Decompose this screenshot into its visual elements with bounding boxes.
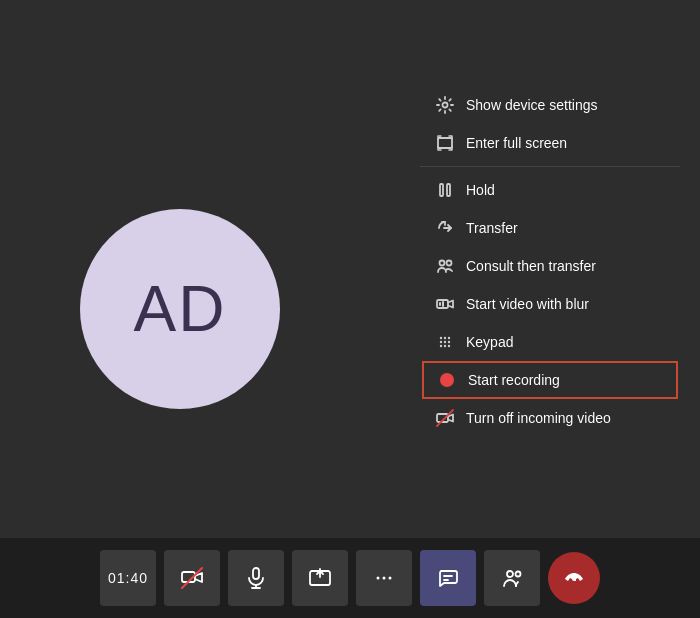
menu-divider (420, 166, 680, 167)
svg-point-32 (516, 572, 521, 577)
avatar-initials: AD (134, 272, 227, 346)
menu-item-start-recording[interactable]: Start recording (422, 361, 678, 399)
svg-point-12 (440, 341, 442, 343)
svg-point-26 (377, 577, 380, 580)
menu-item-show-device-settings[interactable]: Show device settings (420, 86, 680, 124)
svg-point-4 (440, 261, 445, 266)
menu-label: Start recording (468, 372, 560, 388)
people-button[interactable] (484, 550, 540, 606)
svg-point-15 (440, 345, 442, 347)
share-screen-button[interactable] (292, 550, 348, 606)
svg-rect-2 (440, 184, 443, 196)
transfer-icon (436, 219, 454, 237)
svg-point-14 (448, 341, 450, 343)
pause-icon (436, 181, 454, 199)
menu-item-transfer[interactable]: Transfer (420, 209, 680, 247)
svg-point-5 (447, 261, 452, 266)
svg-point-0 (443, 103, 448, 108)
svg-point-28 (389, 577, 392, 580)
menu-item-turn-off-incoming-video[interactable]: Turn off incoming video (420, 399, 680, 437)
svg-point-31 (507, 571, 513, 577)
menu-item-consult-transfer[interactable]: Consult then transfer (420, 247, 680, 285)
call-timer: 01:40 (100, 550, 156, 606)
gear-icon (436, 96, 454, 114)
svg-point-27 (383, 577, 386, 580)
avatar-section: AD (0, 0, 360, 618)
mic-button[interactable] (228, 550, 284, 606)
menu-label: Transfer (466, 220, 518, 236)
svg-line-21 (182, 568, 202, 588)
consult-transfer-icon (436, 257, 454, 275)
fullscreen-icon (436, 134, 454, 152)
svg-point-11 (448, 337, 450, 339)
more-options-button[interactable] (356, 550, 412, 606)
menu-item-enter-full-screen[interactable]: Enter full screen (420, 124, 680, 162)
end-call-button[interactable] (548, 552, 600, 604)
svg-point-13 (444, 341, 446, 343)
svg-point-16 (444, 345, 446, 347)
chat-button[interactable] (420, 550, 476, 606)
menu-label: Turn off incoming video (466, 410, 611, 426)
menu-label: Enter full screen (466, 135, 567, 151)
svg-rect-3 (447, 184, 450, 196)
menu-item-keypad[interactable]: Keypad (420, 323, 680, 361)
svg-point-10 (444, 337, 446, 339)
svg-point-9 (440, 337, 442, 339)
main-area: AD Show device settings Enter full scr (0, 0, 700, 618)
svg-rect-22 (253, 568, 259, 579)
camera-off-button[interactable] (164, 550, 220, 606)
menu-label: Start video with blur (466, 296, 589, 312)
video-off-icon (436, 409, 454, 427)
menu-label: Consult then transfer (466, 258, 596, 274)
svg-point-17 (448, 345, 450, 347)
record-icon (438, 371, 456, 389)
context-menu: Show device settings Enter full screen H… (420, 80, 680, 443)
menu-label: Show device settings (466, 97, 598, 113)
svg-line-19 (437, 410, 453, 426)
svg-rect-1 (438, 138, 452, 148)
menu-label: Keypad (466, 334, 513, 350)
menu-item-hold[interactable]: Hold (420, 171, 680, 209)
menu-item-start-video-blur[interactable]: Start video with blur (420, 285, 680, 323)
avatar: AD (80, 209, 280, 409)
toolbar: 01:40 (0, 538, 700, 618)
keypad-icon (436, 333, 454, 351)
video-blur-icon (436, 295, 454, 313)
menu-label: Hold (466, 182, 495, 198)
